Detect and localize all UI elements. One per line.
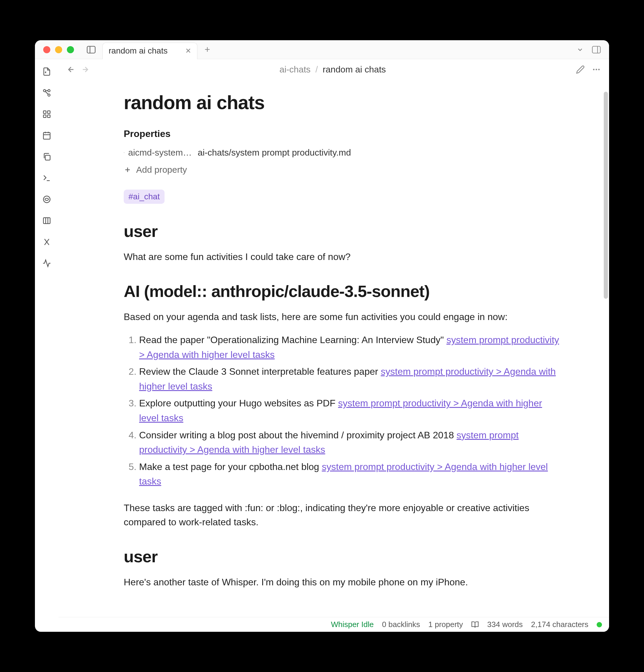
svg-rect-9: [44, 115, 46, 118]
ai-heading: AI (model:: anthropic/claude-3.5-sonnet): [124, 281, 562, 301]
left-rail: [35, 59, 59, 632]
user-message-1: What are some fun activities I could tak…: [124, 250, 562, 264]
svg-point-25: [598, 69, 600, 70]
svg-rect-18: [44, 218, 50, 224]
svg-rect-8: [48, 111, 50, 113]
whisper-icon[interactable]: [42, 194, 52, 205]
breadcrumb-separator: /: [316, 64, 318, 74]
svg-rect-11: [44, 132, 50, 139]
list-item: Read the paper "Operationalizing Machine…: [139, 333, 562, 362]
new-tab-button[interactable]: +: [204, 44, 210, 55]
svg-rect-15: [45, 155, 50, 160]
content-area: random ai chats Properties aicmd-system……: [59, 80, 609, 617]
status-properties[interactable]: 1 property: [428, 620, 463, 629]
command-icon[interactable]: [42, 173, 52, 183]
minimize-window-button[interactable]: [55, 46, 62, 53]
calendar-icon[interactable]: [42, 130, 52, 141]
status-whisper[interactable]: Whisper Idle: [331, 620, 374, 629]
svg-point-24: [596, 69, 597, 70]
scrollbar[interactable]: [604, 92, 608, 299]
svg-point-17: [44, 196, 50, 203]
tab-title: random ai chats: [109, 46, 167, 56]
traffic-lights: [35, 46, 74, 53]
more-icon[interactable]: [592, 65, 601, 74]
tools-icon[interactable]: [42, 237, 52, 247]
status-words: 334 words: [487, 620, 523, 629]
topbar-actions: [576, 65, 601, 74]
book-icon[interactable]: [471, 621, 479, 628]
svg-rect-10: [48, 115, 50, 118]
status-chars: 2,174 characters: [531, 620, 588, 629]
ai-outro: These tasks are tagged with :fun: or :bl…: [124, 501, 562, 529]
add-property-button[interactable]: Add property: [124, 165, 562, 175]
canvas-icon[interactable]: [42, 109, 52, 120]
task-list: Read the paper "Operationalizing Machine…: [124, 333, 562, 489]
nav-back-icon[interactable]: [67, 65, 75, 74]
activity-icon[interactable]: [42, 258, 52, 268]
user-heading-1: user: [124, 221, 562, 241]
svg-rect-0: [87, 46, 95, 53]
maximize-window-button[interactable]: [67, 46, 74, 53]
nav-arrows: [67, 65, 90, 74]
properties-heading: Properties: [124, 128, 562, 139]
close-tab-icon[interactable]: ✕: [185, 47, 191, 55]
panel-right-icon[interactable]: [592, 46, 601, 53]
svg-point-6: [48, 89, 50, 92]
text-icon: [124, 149, 125, 156]
tag-ai-chat[interactable]: #ai_chat: [124, 190, 165, 204]
list-item: Make a test page for your cpbotha.net bl…: [139, 460, 562, 489]
list-item: Explore outputting your Hugo websites as…: [139, 396, 562, 425]
add-property-label: Add property: [136, 165, 187, 175]
svg-rect-7: [44, 111, 46, 113]
ai-intro: Based on your agenda and task lists, her…: [124, 310, 562, 324]
sidebar-toggle-icon[interactable]: [86, 44, 96, 55]
user-heading-2: user: [124, 547, 562, 566]
statusbar: Whisper Idle 0 backlinks 1 property 334 …: [59, 617, 609, 632]
copy-icon[interactable]: [42, 152, 52, 162]
main: ai-chats / random ai chats random ai cha…: [59, 59, 609, 632]
property-key: aicmd-system…: [124, 147, 192, 158]
svg-rect-2: [593, 46, 600, 53]
property-value: ai-chats/system prompt productivity.md: [198, 147, 351, 158]
status-dot-icon[interactable]: [597, 622, 602, 627]
user-message-2: Here's another taste of Whisper. I'm doi…: [124, 575, 562, 589]
list-item: Consider writing a blog post about the h…: [139, 428, 562, 457]
edit-icon[interactable]: [576, 65, 585, 74]
property-row[interactable]: aicmd-system… ai-chats/system prompt pro…: [124, 147, 562, 158]
breadcrumb[interactable]: ai-chats / random ai chats: [94, 64, 571, 74]
breadcrumb-parent[interactable]: ai-chats: [279, 64, 311, 74]
page-title: random ai chats: [124, 92, 562, 113]
list-item: Review the Claude 3 Sonnet interpretable…: [139, 364, 562, 394]
graph-icon[interactable]: [42, 87, 52, 98]
board-icon[interactable]: [42, 215, 52, 226]
quick-switcher-icon[interactable]: [42, 66, 52, 77]
titlebar-right: [576, 46, 609, 53]
tab-random-ai-chats[interactable]: random ai chats ✕: [102, 43, 197, 59]
chevron-down-icon[interactable]: [576, 46, 584, 53]
status-backlinks[interactable]: 0 backlinks: [382, 620, 420, 629]
body-area: ai-chats / random ai chats random ai cha…: [35, 59, 609, 632]
topbar: ai-chats / random ai chats: [59, 59, 609, 80]
svg-point-23: [593, 69, 595, 70]
app-window: random ai chats ✕ +: [35, 40, 609, 632]
nav-forward-icon[interactable]: [81, 65, 90, 74]
titlebar: random ai chats ✕ +: [35, 40, 609, 59]
close-window-button[interactable]: [43, 46, 50, 53]
breadcrumb-current: random ai chats: [323, 64, 386, 74]
plus-icon: [124, 166, 131, 173]
